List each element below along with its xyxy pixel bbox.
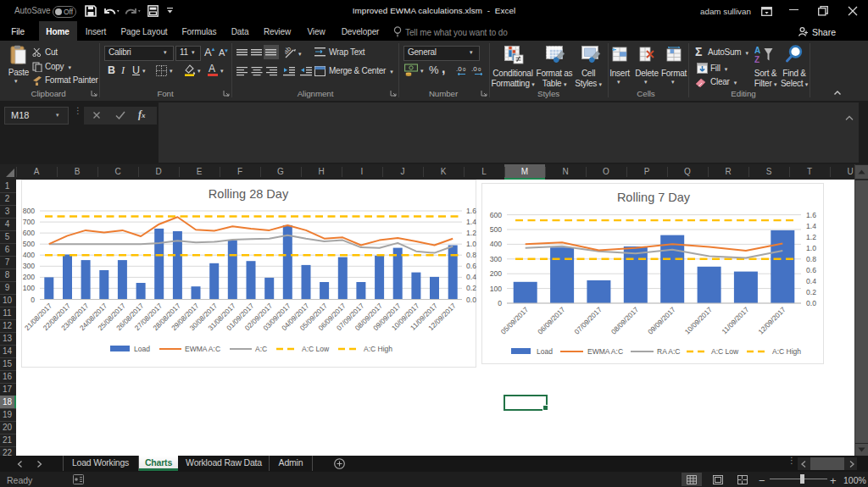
svg-text:1.4: 1.4 bbox=[806, 222, 816, 230]
svg-text:0.6: 0.6 bbox=[806, 266, 816, 274]
svg-text:1.4: 1.4 bbox=[466, 218, 476, 226]
svg-text:Rolling 28 Day: Rolling 28 Day bbox=[209, 187, 289, 201]
svg-text:0: 0 bbox=[31, 296, 35, 304]
svg-text:Z: Z bbox=[754, 55, 760, 64]
svg-text:300: 300 bbox=[490, 255, 503, 263]
svg-text:Load: Load bbox=[134, 345, 150, 353]
svg-text:Rolling 7 Day: Rolling 7 Day bbox=[617, 191, 691, 204]
svg-text:0: 0 bbox=[463, 67, 466, 72]
svg-text:400: 400 bbox=[23, 251, 36, 259]
svg-text:1.6: 1.6 bbox=[806, 211, 816, 219]
svg-text:400: 400 bbox=[490, 240, 503, 248]
svg-text:1.2: 1.2 bbox=[806, 233, 816, 241]
svg-text:A:C High: A:C High bbox=[364, 345, 392, 353]
svg-text:500: 500 bbox=[23, 240, 36, 248]
svg-text:700: 700 bbox=[23, 218, 36, 226]
svg-text:A:C: A:C bbox=[255, 345, 267, 353]
svg-text:EWMA A:C: EWMA A:C bbox=[587, 347, 623, 356]
svg-text:Load: Load bbox=[537, 347, 553, 356]
svg-text:0.4: 0.4 bbox=[806, 277, 816, 285]
svg-text:100: 100 bbox=[23, 284, 36, 292]
svg-text:A:C High: A:C High bbox=[772, 347, 801, 356]
svg-text:0.8: 0.8 bbox=[466, 251, 476, 259]
svg-text:A: A bbox=[754, 46, 760, 55]
svg-text:200: 200 bbox=[23, 273, 36, 281]
svg-text:600: 600 bbox=[490, 211, 503, 219]
svg-text:0.2: 0.2 bbox=[466, 284, 476, 292]
svg-text:1.6: 1.6 bbox=[466, 207, 476, 215]
svg-text:500: 500 bbox=[490, 225, 503, 234]
svg-text:100: 100 bbox=[490, 285, 503, 293]
svg-text:1.0: 1.0 bbox=[466, 240, 476, 248]
svg-text:RA A:C: RA A:C bbox=[657, 347, 680, 356]
svg-text:A:C Low: A:C Low bbox=[711, 347, 739, 356]
svg-text:0.6: 0.6 bbox=[466, 262, 476, 270]
svg-text:0.4: 0.4 bbox=[466, 273, 476, 281]
svg-text:0.2: 0.2 bbox=[806, 288, 816, 296]
svg-text:600: 600 bbox=[23, 229, 36, 237]
svg-text:800: 800 bbox=[23, 207, 36, 215]
svg-text:A:C Low: A:C Low bbox=[302, 345, 330, 353]
svg-text:200: 200 bbox=[490, 269, 503, 278]
svg-text:0.8: 0.8 bbox=[806, 255, 816, 263]
svg-text:1.0: 1.0 bbox=[806, 244, 816, 252]
svg-text:EWMA A:C: EWMA A:C bbox=[185, 345, 220, 353]
svg-text:0: 0 bbox=[498, 299, 502, 307]
svg-text:0.0: 0.0 bbox=[466, 296, 476, 304]
svg-text:300: 300 bbox=[23, 262, 36, 270]
svg-text:0.0: 0.0 bbox=[806, 299, 816, 307]
svg-text:1.2: 1.2 bbox=[466, 229, 476, 237]
svg-text:.0: .0 bbox=[456, 65, 462, 73]
